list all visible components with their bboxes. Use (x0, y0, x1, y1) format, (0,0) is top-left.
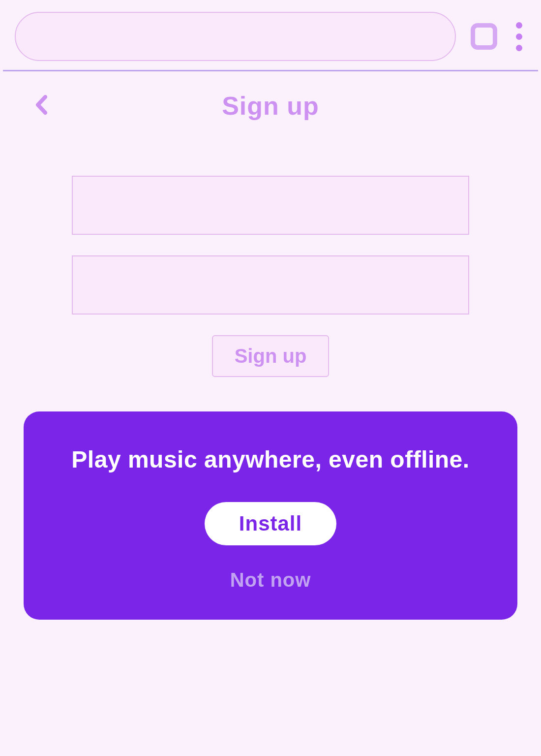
back-button[interactable] (34, 94, 49, 118)
chevron-left-icon (34, 94, 49, 116)
signup-form: Sign up (3, 140, 538, 411)
not-now-button[interactable]: Not now (230, 569, 311, 591)
more-vertical-icon (516, 33, 522, 40)
more-menu-button[interactable] (512, 18, 526, 55)
url-input[interactable] (15, 12, 456, 61)
more-vertical-icon (516, 45, 522, 51)
install-banner: Play music anywhere, even offline. Insta… (24, 411, 517, 620)
device-frame: Sign up Sign up Play music anywhere, eve… (0, 0, 541, 756)
signup-field-1[interactable] (72, 176, 469, 235)
signup-button[interactable]: Sign up (212, 335, 330, 377)
more-vertical-icon (516, 22, 522, 29)
page-title: Sign up (32, 91, 509, 121)
install-button[interactable]: Install (205, 502, 336, 545)
tabs-button[interactable] (471, 23, 497, 50)
banner-headline: Play music anywhere, even offline. (71, 442, 469, 477)
browser-bar (3, 3, 538, 71)
signup-field-2[interactable] (72, 255, 469, 315)
page-header: Sign up (3, 71, 538, 140)
content-area: Sign up Sign up Play music anywhere, eve… (3, 71, 538, 753)
